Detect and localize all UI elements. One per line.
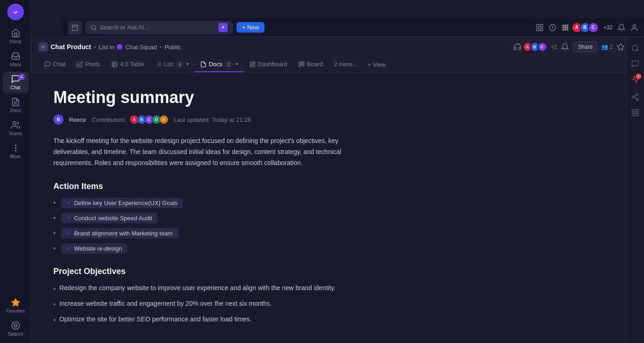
action-item-1-label: Define key User Experience(UX) Goals — [74, 200, 178, 206]
author-name: Reece — [69, 116, 86, 123]
task-pill-2[interactable]: ✓ Conduct website Speed Audit — [61, 213, 158, 223]
apps-icon[interactable] — [561, 23, 569, 32]
list-in-label: List in — [98, 44, 114, 51]
tab-list[interactable]: List 4 ▾ — [150, 57, 195, 72]
tab-add-view[interactable]: + View — [363, 57, 390, 72]
sidebar-item-favorites[interactable]: Favorites — [3, 295, 29, 316]
sidebar-label-home: Home — [9, 39, 22, 44]
calendar-button[interactable] — [68, 21, 82, 34]
visibility-label: Public — [165, 44, 181, 51]
tab-board[interactable]: Board — [293, 57, 328, 72]
tab-table-label: 4.0 Table — [120, 61, 144, 68]
activity-badge: 2 — [636, 74, 641, 79]
star-icon[interactable] — [616, 43, 625, 51]
chat-badge: 4 — [18, 74, 25, 80]
svg-point-53 — [636, 98, 638, 101]
svg-rect-18 — [540, 28, 542, 30]
objective-2: Increase website traffic and engagement … — [59, 298, 272, 309]
svg-rect-46 — [299, 62, 300, 67]
sidebar-item-teams[interactable]: Teams — [3, 118, 29, 139]
task-pill-4[interactable]: ✓ Website re-design — [61, 243, 128, 254]
last-updated: Last updated: Today at 21:28 — [174, 116, 251, 123]
svg-point-4 — [15, 145, 16, 146]
app-logo[interactable] — [7, 4, 24, 20]
svg-rect-35 — [112, 62, 117, 67]
tabs-bar: Chat Posts 4.0 Table List 4 ▾ Docs 2 ▾ — [39, 57, 637, 72]
sidebar-label-docs: Docs — [10, 108, 21, 113]
project-objectives-list: • Redesign the company website to improv… — [53, 283, 616, 326]
sidebar-label-favorites: Favorites — [6, 309, 25, 314]
document-meta: R Reece Contributors: A B C D E Last upd… — [53, 114, 616, 125]
sidebar-item-inbox[interactable]: Inbox — [3, 49, 29, 70]
new-button[interactable]: + New — [236, 22, 264, 33]
svg-rect-56 — [632, 109, 634, 112]
svg-rect-17 — [540, 24, 542, 27]
sidebar-item-spaces[interactable]: Spaces — [3, 318, 29, 339]
svg-rect-42 — [250, 62, 252, 64]
list-item: • Redesign the company website to improv… — [53, 283, 616, 294]
svg-line-50 — [637, 50, 638, 51]
user-avatars: A B C — [574, 22, 599, 33]
task-pill-3[interactable]: ✓ Brand alignment with Marketing team — [61, 228, 178, 239]
notifications-icon[interactable] — [617, 23, 626, 32]
squad-name: Chat Squad — [125, 44, 157, 51]
sidebar-item-chat[interactable]: 4 Chat — [3, 72, 29, 93]
search-icon[interactable] — [631, 44, 639, 52]
tab-more[interactable]: 2 more... — [328, 57, 363, 72]
svg-point-5 — [15, 148, 16, 149]
sidebar-item-home[interactable]: Home — [3, 26, 29, 47]
svg-point-9 — [14, 324, 17, 327]
svg-point-25 — [564, 27, 566, 28]
search-bar[interactable]: Search or Ask AI... ✦ — [86, 21, 233, 34]
svg-point-14 — [92, 25, 96, 29]
tab-docs-badge: 2 — [225, 61, 233, 68]
tab-chat[interactable]: Chat — [39, 57, 71, 72]
topbar-right-actions: A B C +32 — [535, 22, 638, 33]
tab-dashboard[interactable]: Dashboard — [244, 57, 293, 72]
list-item: • ✓ Conduct website Speed Audit — [53, 213, 616, 223]
list-item: • Increase website traffic and engagemen… — [53, 298, 616, 309]
tab-posts[interactable]: Posts — [71, 57, 106, 72]
project-title: Chat Product — [51, 43, 91, 51]
svg-marker-31 — [617, 44, 624, 50]
left-sidebar: Home Inbox 4 Chat Docs Teams More Favori… — [0, 0, 31, 343]
svg-point-26 — [567, 27, 568, 28]
share-button[interactable]: Share — [573, 41, 598, 52]
tab-table[interactable]: 4.0 Table — [106, 57, 150, 72]
bell-icon[interactable] — [561, 43, 569, 51]
grid-view-icon[interactable] — [631, 109, 639, 117]
document-title: Meeting summary — [53, 87, 616, 107]
avatar-3: C — [588, 22, 599, 33]
breadcrumb-sep: • — [94, 44, 96, 51]
share-icon[interactable] — [631, 93, 639, 101]
tab-more-label: 2 more... — [334, 61, 357, 68]
svg-rect-47 — [301, 62, 302, 65]
sidebar-item-more[interactable]: More — [3, 141, 29, 162]
svg-rect-45 — [250, 65, 252, 67]
svg-point-28 — [564, 29, 566, 30]
member-count: +32 — [604, 24, 613, 31]
header-avatar-3: C — [537, 42, 547, 52]
svg-line-55 — [634, 95, 636, 97]
tab-list-badge: 4 — [176, 61, 184, 68]
svg-marker-7 — [12, 299, 19, 306]
svg-point-22 — [564, 25, 566, 26]
svg-point-3 — [13, 122, 16, 125]
grid-icon[interactable] — [535, 23, 544, 32]
sidebar-item-docs[interactable]: Docs — [3, 95, 29, 116]
profile-icon[interactable] — [630, 23, 638, 32]
share-count: 👥 2 — [601, 44, 613, 50]
project-objectives-heading: Project Objectives — [53, 267, 616, 276]
squad-dot — [117, 44, 122, 50]
audio-icon[interactable] — [513, 43, 522, 51]
ai-icon: ✦ — [218, 23, 228, 32]
objective-1: Redesign the company website to improve … — [59, 283, 336, 293]
timer-icon[interactable] — [548, 23, 557, 32]
task-pill-1[interactable]: ✓ Define key User Experience(UX) Goals — [61, 198, 183, 208]
sidebar-label-teams: Teams — [9, 131, 22, 136]
svg-point-29 — [567, 29, 568, 30]
comment-icon[interactable] — [631, 60, 639, 68]
sidebar-label-spaces: Spaces — [8, 332, 23, 337]
tab-docs[interactable]: Docs 2 ▾ — [195, 57, 244, 72]
objective-3: Optimize the site for better SEO perform… — [59, 314, 252, 324]
